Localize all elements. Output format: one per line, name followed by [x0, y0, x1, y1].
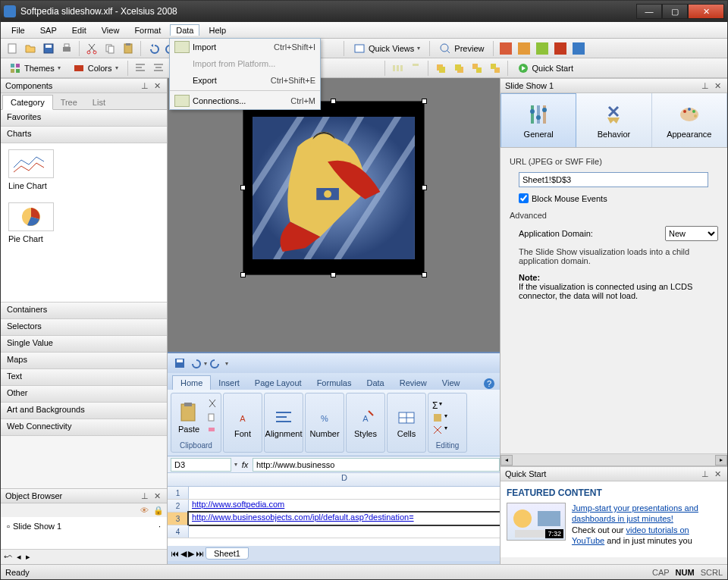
- app-domain-select[interactable]: New: [665, 226, 718, 241]
- minimize-button[interactable]: —: [636, 4, 662, 19]
- tab-view[interactable]: View: [435, 376, 468, 390]
- category-single-value[interactable]: Single Value: [1, 336, 167, 353]
- tab-page-layout[interactable]: Page Layout: [247, 376, 309, 390]
- component-pie-chart[interactable]: Pie Chart: [1, 196, 167, 249]
- category-web-connectivity[interactable]: Web Connectivity: [1, 419, 167, 436]
- maximize-button[interactable]: ▢: [662, 4, 688, 19]
- paste-button[interactable]: Paste: [174, 397, 204, 439]
- video-thumbnail[interactable]: 7:32: [507, 503, 566, 541]
- pin-icon[interactable]: ⊥: [700, 80, 711, 91]
- featured-link[interactable]: Jump-start your presentations and dashbo…: [572, 503, 698, 523]
- close-panel-icon[interactable]: ✕: [712, 469, 723, 479]
- category-selectors[interactable]: Selectors: [1, 319, 167, 336]
- copy-button[interactable]: [102, 40, 118, 57]
- canvas[interactable]: [168, 78, 500, 352]
- menuitem-export[interactable]: Export Ctrl+Shift+E: [170, 72, 320, 89]
- cell-d3[interactable]: http://www.businessobjects.com/ipl/defau…: [189, 513, 500, 525]
- pin-icon[interactable]: ⊥: [140, 491, 150, 501]
- bring-front-icon[interactable]: [469, 60, 485, 77]
- pin-icon[interactable]: ⊥: [700, 469, 711, 479]
- column-header-d[interactable]: D: [168, 473, 500, 487]
- tab-appearance[interactable]: Appearance: [652, 93, 727, 147]
- lock-icon[interactable]: 🔒: [153, 506, 164, 516]
- sheet-tab-sheet1[interactable]: Sheet1: [206, 547, 249, 560]
- undo-icon[interactable]: [189, 357, 201, 369]
- menuitem-connections[interactable]: Connections... Ctrl+M: [170, 92, 320, 109]
- distribute-h-icon[interactable]: [389, 60, 406, 77]
- tab-review[interactable]: Review: [392, 376, 435, 390]
- menu-data[interactable]: Data: [170, 24, 199, 36]
- category-text[interactable]: Text: [1, 369, 167, 386]
- tab-general[interactable]: General: [500, 93, 576, 147]
- cell-d2[interactable]: http://www.softpedia.com: [189, 500, 500, 512]
- slideshow-object[interactable]: [243, 101, 425, 275]
- tab-formulas[interactable]: Formulas: [309, 376, 359, 390]
- nav-prev-icon[interactable]: ◂: [17, 552, 21, 562]
- fx-icon[interactable]: fx: [237, 460, 253, 469]
- help-icon[interactable]: ?: [483, 378, 495, 390]
- component-line-chart[interactable]: Line Chart: [1, 143, 167, 196]
- visibility-icon[interactable]: 👁: [140, 506, 149, 515]
- open-button[interactable]: [22, 40, 39, 57]
- send-backward-icon[interactable]: [450, 60, 467, 77]
- format-painter-icon[interactable]: [206, 425, 218, 437]
- align-center-icon[interactable]: [150, 60, 167, 77]
- cut-button[interactable]: [83, 40, 100, 57]
- align-top-icon[interactable]: [407, 60, 424, 77]
- tab-insert[interactable]: Insert: [211, 376, 247, 390]
- print-button[interactable]: [58, 40, 75, 57]
- themes-button[interactable]: Themes▾: [4, 60, 66, 77]
- category-favorites[interactable]: Favorites: [1, 110, 167, 127]
- sheet-nav-first[interactable]: ⏮: [171, 549, 179, 558]
- save-icon[interactable]: [174, 357, 186, 369]
- close-panel-icon[interactable]: ✕: [152, 491, 162, 501]
- save-button[interactable]: [40, 40, 57, 57]
- menu-help[interactable]: Help: [202, 24, 232, 36]
- send-back-icon[interactable]: [487, 60, 504, 77]
- sheet-nav-next[interactable]: ▶: [188, 549, 194, 559]
- menu-sap[interactable]: SAP: [34, 24, 63, 36]
- bring-forward-icon[interactable]: [432, 60, 449, 77]
- close-panel-icon[interactable]: ✕: [712, 80, 723, 91]
- tab-category[interactable]: Category: [2, 95, 53, 110]
- export-doc-icon[interactable]: [516, 40, 532, 57]
- url-input[interactable]: [519, 172, 708, 187]
- export-pdf-icon[interactable]: [552, 40, 569, 57]
- export-ppt-icon[interactable]: [497, 40, 514, 57]
- colors-button[interactable]: Colors▾: [67, 60, 124, 77]
- paste-button[interactable]: [120, 40, 136, 57]
- export-air-icon[interactable]: [570, 40, 587, 57]
- tab-behavior[interactable]: Behavior: [576, 93, 651, 147]
- align-left-icon[interactable]: [132, 60, 149, 77]
- copy-icon[interactable]: [206, 412, 218, 424]
- export-swf-icon[interactable]: [534, 40, 551, 57]
- formula-input[interactable]: [253, 458, 500, 472]
- category-containers[interactable]: Containers: [1, 303, 167, 319]
- nav-first-icon[interactable]: ⬿: [4, 553, 12, 562]
- category-maps[interactable]: Maps: [1, 353, 167, 369]
- cell-grid[interactable]: D 1 2http://www.softpedia.com 3http://ww…: [168, 473, 500, 546]
- menu-view[interactable]: View: [96, 24, 126, 36]
- quick-start-button[interactable]: Quick Start: [512, 60, 579, 77]
- tab-data[interactable]: Data: [359, 376, 391, 390]
- pin-icon[interactable]: ⊥: [140, 80, 150, 91]
- object-slideshow1[interactable]: ▫ Slide Show 1 ·: [4, 520, 164, 532]
- tab-tree[interactable]: Tree: [53, 96, 85, 109]
- undo-button[interactable]: [145, 40, 162, 57]
- sheet-nav-last[interactable]: ⏭: [196, 549, 204, 558]
- category-other[interactable]: Other: [1, 386, 167, 403]
- menu-file[interactable]: File: [5, 24, 31, 36]
- block-mouse-checkbox[interactable]: Block Mouse Events: [519, 193, 718, 203]
- close-button[interactable]: ✕: [688, 4, 724, 19]
- tab-home[interactable]: Home: [172, 375, 211, 390]
- menu-format[interactable]: Format: [128, 24, 167, 36]
- menu-edit[interactable]: Edit: [66, 24, 93, 36]
- cut-icon[interactable]: [206, 398, 218, 410]
- preview-button[interactable]: Preview: [434, 40, 489, 57]
- category-charts[interactable]: Charts: [1, 127, 167, 143]
- nav-next-icon[interactable]: ▸: [26, 552, 30, 562]
- tab-list[interactable]: List: [85, 96, 113, 109]
- name-box[interactable]: [171, 458, 231, 472]
- quick-views-button[interactable]: Quick Views▾: [348, 40, 425, 57]
- menuitem-import[interactable]: Import Ctrl+Shift+I: [170, 39, 320, 55]
